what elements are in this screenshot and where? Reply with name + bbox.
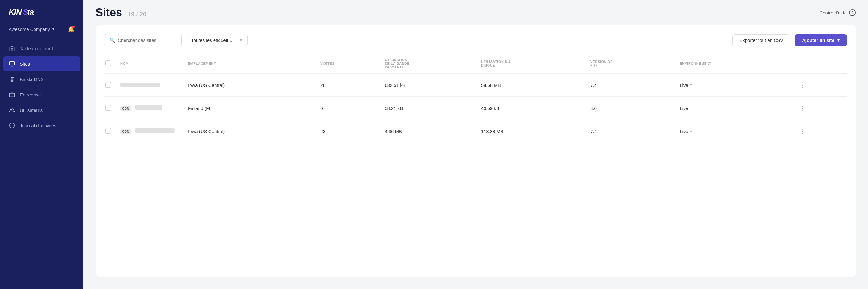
search-icon: 🔍 — [110, 37, 115, 43]
col-header-php: VERSION DEPHP — [587, 55, 676, 74]
row-site-name[interactable]: CDN — [117, 97, 184, 120]
row-visits: 23 — [316, 120, 381, 143]
sidebar-item-tableau-de-bord[interactable]: Tableau de bord — [0, 41, 83, 56]
entreprise-icon — [9, 91, 16, 98]
row-php: 7.4 — [587, 120, 676, 143]
more-options-button[interactable]: ⋮ — [797, 103, 808, 113]
sidebar-item-kinsta-dns[interactable]: Kinsta DNS — [0, 72, 83, 87]
row-location: Iowa (US Central) — [184, 120, 316, 143]
row-disk: 40.59 kB — [477, 97, 587, 120]
add-site-label: Ajouter un site — [802, 38, 834, 43]
sidebar-logo: KiN S ta — [0, 0, 83, 24]
sidebar-item-journal[interactable]: Journal d'activités — [0, 118, 83, 133]
sidebar-item-label: Sites — [20, 61, 30, 67]
sites-table-body: Iowa (US Central) 26 632.51 kB 58.58 MB … — [104, 74, 847, 143]
env-label: Live — [680, 106, 688, 111]
sidebar-item-label: Entreprise — [20, 92, 41, 97]
sidebar-item-sites[interactable]: Sites — [3, 56, 80, 71]
cdn-badge: CDN — [120, 129, 131, 134]
sites-table: NOM ↑ EMPLACEMENT VISITES UTILISATIONDE … — [104, 55, 847, 143]
help-label: Centre d'aide — [819, 10, 847, 15]
env-label: Live — [680, 129, 688, 134]
site-name-placeholder — [135, 128, 175, 133]
row-actions: ⋮ — [794, 74, 847, 97]
col-header-actions — [794, 55, 847, 74]
env-dropdown[interactable]: Live ▾ — [680, 83, 692, 88]
row-php: 8.0 — [587, 97, 676, 120]
chevron-down-icon: ▾ — [690, 129, 692, 133]
sidebar-nav: Tableau de bord Sites Kinsta DNS Entrepr… — [0, 38, 83, 135]
row-location: Finland (FI) — [184, 97, 316, 120]
page-count: 19 / 20 — [128, 11, 147, 18]
table-header-row: NOM ↑ EMPLACEMENT VISITES UTILISATIONDE … — [104, 55, 847, 74]
row-site-name[interactable]: CDN — [117, 120, 184, 143]
row-check — [104, 74, 117, 97]
notification-bell[interactable]: 🔔 — [68, 26, 74, 32]
chevron-down-icon: ▾ — [240, 37, 242, 43]
col-header-name: NOM ↑ — [117, 55, 184, 74]
row-location: Iowa (US Central) — [184, 74, 316, 97]
content-area: 🔍 Toutes les étiquett... ▾ Exporter tout… — [83, 25, 868, 289]
main-content: Sites 19 / 20 Centre d'aide ? 🔍 Toutes l… — [83, 0, 868, 289]
row-env: Live ▾ — [676, 74, 794, 97]
table-row: CDN Finland (FI) 0 58.21 kB 40.59 kB 8.0… — [104, 97, 847, 120]
row-disk: 118.38 MB — [477, 120, 587, 143]
content-card: 🔍 Toutes les étiquett... ▾ Exporter tout… — [96, 25, 856, 277]
row-checkbox[interactable] — [105, 128, 111, 134]
journal-icon — [9, 122, 16, 129]
chevron-down-icon: ▾ — [837, 38, 840, 42]
company-selector[interactable]: Awesome Company ▾ 🔔 — [0, 24, 83, 38]
col-header-bandwidth: UTILISATIONDE LA BANDEPASSANTE — [381, 55, 477, 74]
sidebar: KiN S ta Awesome Company ▾ 🔔 Tableau de … — [0, 0, 83, 289]
row-checkbox[interactable] — [105, 82, 111, 88]
add-site-button[interactable]: Ajouter un site ▾ — [795, 34, 847, 46]
row-actions: ⋮ — [794, 97, 847, 120]
company-name: Awesome Company — [9, 27, 50, 32]
home-icon — [9, 45, 16, 52]
kinsta-logo-text: KiN S ta — [9, 7, 39, 19]
site-name-placeholder — [120, 83, 160, 87]
sidebar-item-label: Journal d'activités — [20, 123, 56, 128]
sidebar-item-utilisateurs[interactable]: Utilisateurs — [0, 103, 83, 118]
chevron-down-icon: ▾ — [53, 27, 54, 31]
page-title-area: Sites 19 / 20 — [96, 6, 147, 19]
sites-icon — [9, 60, 16, 67]
help-icon: ? — [849, 9, 856, 16]
svg-point-5 — [10, 108, 12, 110]
filter-dropdown[interactable]: Toutes les étiquett... ▾ — [186, 34, 248, 46]
help-link[interactable]: Centre d'aide ? — [819, 9, 856, 16]
sort-icon: ↑ — [131, 62, 133, 65]
sidebar-item-label: Utilisateurs — [20, 107, 42, 113]
more-options-button[interactable]: ⋮ — [797, 127, 808, 136]
row-bandwidth: 4.36 MB — [381, 120, 477, 143]
env-label: Live — [680, 83, 688, 88]
row-env: Live — [676, 97, 794, 120]
site-name-placeholder — [135, 105, 162, 110]
row-bandwidth: 58.21 kB — [381, 97, 477, 120]
row-check — [104, 97, 117, 120]
row-actions: ⋮ — [794, 120, 847, 143]
col-header-location: EMPLACEMENT — [184, 55, 316, 74]
col-header-env: ENVIRONNEMENT — [676, 55, 794, 74]
col-header-disk: UTILISATION DUDISQUE — [477, 55, 587, 74]
filter-label: Toutes les étiquett... — [191, 38, 232, 43]
search-box[interactable]: 🔍 — [104, 34, 182, 46]
export-csv-button[interactable]: Exporter tout en CSV — [733, 34, 790, 46]
env-dropdown[interactable]: Live ▾ — [680, 129, 692, 134]
chevron-down-icon: ▾ — [690, 83, 692, 87]
cdn-badge: CDN — [120, 106, 131, 111]
select-all-checkbox[interactable] — [105, 60, 111, 66]
sidebar-item-label: Tableau de bord — [20, 46, 53, 51]
search-input[interactable] — [118, 38, 176, 43]
row-checkbox[interactable] — [105, 105, 111, 110]
dns-icon — [9, 76, 16, 83]
row-env: Live ▾ — [676, 120, 794, 143]
row-disk: 58.58 MB — [477, 74, 587, 97]
sidebar-item-entreprise[interactable]: Entreprise — [0, 87, 83, 102]
row-site-name[interactable] — [117, 74, 184, 97]
more-options-button[interactable]: ⋮ — [797, 81, 808, 90]
svg-rect-3 — [9, 62, 15, 65]
svg-rect-4 — [9, 93, 15, 97]
users-icon — [9, 106, 16, 114]
row-visits: 0 — [316, 97, 381, 120]
